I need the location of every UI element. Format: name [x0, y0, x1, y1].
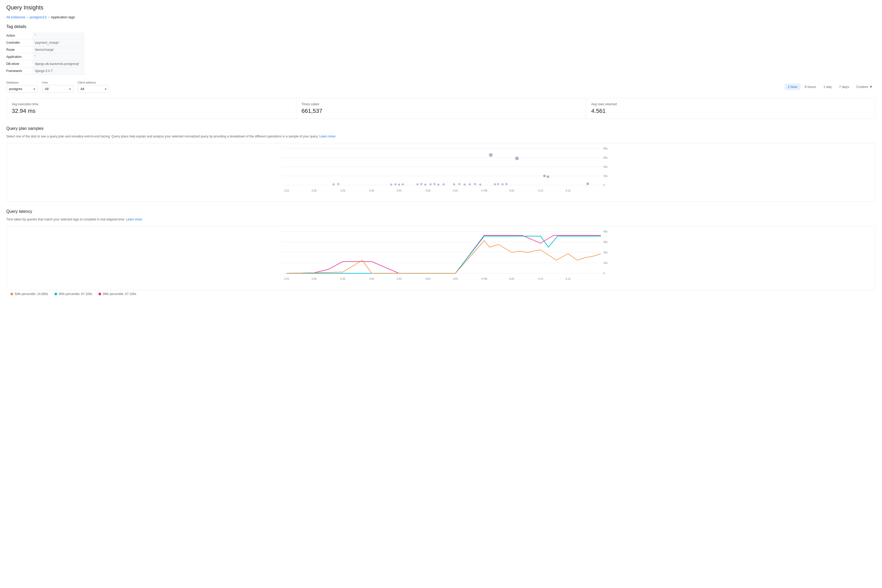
svg-text:3:45: 3:45	[397, 278, 402, 280]
scatter-dot[interactable]	[337, 183, 340, 185]
legend-p50: 50th percentile: 14.680s	[11, 292, 48, 296]
scatter-dot-large[interactable]	[515, 156, 519, 160]
legend-p95-label: 95th percentile: 67.109s	[59, 292, 92, 296]
page-title: Query Insights	[6, 4, 876, 11]
scatter-dot[interactable]	[402, 183, 404, 185]
scatter-dot[interactable]	[453, 183, 455, 185]
legend-p99-dot	[99, 293, 101, 295]
svg-text:40s: 40s	[604, 251, 608, 254]
tag-row: Controller 'payment_charge'	[6, 39, 85, 46]
query-plan-chart-container: 80s 60s 40s 20s 0 3:25 3:30 3:35 3:40 3:…	[6, 143, 876, 202]
scatter-dot-large[interactable]	[547, 176, 549, 178]
database-select[interactable]: postgres	[6, 85, 38, 93]
svg-text:4:10: 4:10	[538, 189, 543, 192]
tag-row-label: DB driver	[6, 60, 33, 67]
scatter-dot[interactable]	[464, 183, 466, 186]
p95-line	[287, 236, 601, 273]
query-latency-description: Time taken by queries that match your se…	[6, 217, 876, 222]
tag-row-value: ''	[33, 53, 85, 60]
scatter-dot[interactable]	[424, 183, 427, 186]
scatter-dot-large[interactable]	[586, 183, 589, 185]
legend-p95-dot	[54, 293, 57, 295]
svg-text:3:35: 3:35	[340, 278, 346, 280]
query-plan-section: Query plan samples Select one of the dot…	[6, 126, 876, 202]
tag-row-value: 'django:3.0.7'	[33, 68, 85, 74]
scatter-dot[interactable]	[469, 183, 471, 185]
tag-row-value: 'payment_charge'	[33, 39, 85, 46]
tag-row: Action ''	[6, 32, 85, 39]
svg-text:3:35: 3:35	[340, 189, 346, 192]
query-latency-learn-more[interactable]: Learn more	[126, 218, 142, 221]
scatter-dot[interactable]	[421, 183, 422, 185]
user-filter-label: User	[42, 81, 74, 84]
tag-row-label: Action	[6, 32, 33, 39]
tag-row-value: 'django.db.backends.postgresql'	[33, 60, 85, 67]
svg-text:3:50: 3:50	[425, 278, 431, 280]
svg-text:4:15: 4:15	[566, 189, 571, 192]
scatter-dot[interactable]	[398, 183, 400, 186]
metric-times-called: Times called 661,537	[296, 98, 586, 118]
query-latency-chart-container: 80s 60s 40s 20s 0 3:25 3:30 3:35 3:40 3:…	[6, 226, 876, 290]
scatter-dot[interactable]	[497, 183, 499, 185]
tag-row-label: Application	[6, 53, 33, 60]
legend-p95: 95th percentile: 67.109s	[54, 292, 92, 296]
svg-text:3:30: 3:30	[311, 278, 317, 280]
tag-details-section: Tag details Action '' Controller 'paymen…	[6, 24, 876, 75]
latency-legend: 50th percentile: 14.680s 95th percentile…	[6, 290, 876, 298]
scatter-dot[interactable]	[458, 183, 461, 185]
filters-row: Database postgres User All Client addres…	[6, 81, 876, 93]
scatter-dot-large[interactable]	[543, 175, 546, 177]
metric-avg-exec-time-value: 32.94 ms	[12, 108, 291, 114]
time-btn-custom[interactable]: Custom ▼	[853, 84, 876, 90]
breadcrumb-postgres13[interactable]: postgres13	[30, 15, 47, 19]
query-plan-learn-more[interactable]: Learn more	[319, 135, 335, 138]
scatter-dot[interactable]	[502, 183, 504, 185]
scatter-dot[interactable]	[479, 183, 481, 186]
svg-text:3:50: 3:50	[425, 189, 431, 192]
tag-row-label: Controller	[6, 39, 33, 46]
scatter-dot[interactable]	[416, 183, 419, 185]
scatter-dot-large[interactable]	[489, 153, 493, 157]
scatter-dot[interactable]	[333, 183, 335, 185]
user-filter-group: User All	[42, 81, 74, 93]
database-filter-label: Database	[6, 81, 38, 84]
client-address-select[interactable]: All	[78, 85, 109, 93]
tag-row: Application ''	[6, 53, 85, 60]
metric-times-called-label: Times called	[302, 102, 580, 106]
svg-text:4 PM: 4 PM	[481, 189, 487, 192]
time-btn-6hours[interactable]: 6 hours	[802, 84, 819, 90]
client-address-filter-label: Client address	[78, 81, 109, 84]
svg-text:3:55: 3:55	[453, 278, 458, 280]
tag-row-label: Route	[6, 46, 33, 53]
scatter-dot[interactable]	[434, 183, 436, 185]
time-btn-1hour[interactable]: 1 hour	[784, 84, 801, 90]
metric-avg-rows-label: Avg rows returned	[591, 102, 870, 106]
user-select[interactable]: All	[42, 85, 74, 93]
tag-row: Route 'demo/charge'	[6, 46, 85, 53]
tag-details-title: Tag details	[6, 24, 876, 29]
svg-text:4 PM: 4 PM	[481, 278, 487, 280]
custom-label: Custom	[856, 85, 868, 89]
svg-text:40s: 40s	[604, 165, 608, 168]
scatter-dot[interactable]	[430, 183, 432, 185]
metric-avg-exec-time-label: Avg execution time	[12, 102, 291, 106]
svg-text:4:10: 4:10	[538, 278, 543, 280]
tag-row-value: 'demo/charge'	[33, 46, 85, 53]
user-select-wrapper: All	[42, 85, 74, 93]
time-btn-7days[interactable]: 7 days	[836, 84, 852, 90]
scatter-dot[interactable]	[494, 183, 496, 185]
scatter-dot[interactable]	[443, 183, 445, 185]
scatter-dot[interactable]	[506, 183, 508, 185]
breadcrumb-current: Application tags	[51, 15, 75, 19]
scatter-dot[interactable]	[390, 183, 392, 186]
scatter-dot[interactable]	[395, 183, 397, 185]
tag-row: DB driver 'django.db.backends.postgresql…	[6, 60, 85, 68]
legend-p99: 99th percentile: 67.109s	[99, 292, 136, 296]
scatter-dot[interactable]	[437, 183, 440, 186]
time-range-buttons: 1 hour 6 hours 1 day 7 days Custom ▼	[784, 84, 876, 90]
scatter-dot[interactable]	[474, 183, 476, 185]
svg-text:0: 0	[604, 272, 605, 275]
time-btn-1day[interactable]: 1 day	[820, 84, 835, 90]
svg-text:3:55: 3:55	[453, 189, 458, 192]
breadcrumb-all-instances[interactable]: All instances	[6, 15, 26, 19]
